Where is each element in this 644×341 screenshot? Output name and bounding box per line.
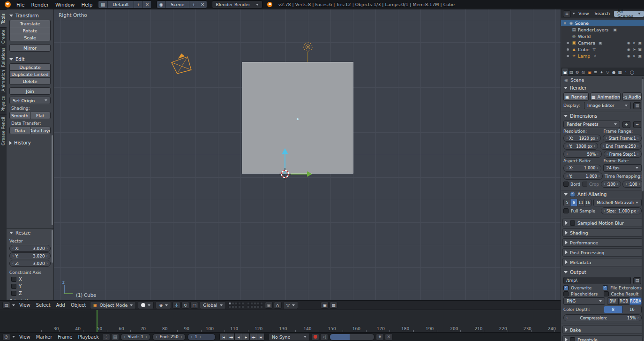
resolution-x-field[interactable]: X: 1920 px [563,135,601,142]
outliner-search-menu[interactable]: Search [592,9,613,18]
mode-dropdown[interactable]: ▣ Object Mode [90,301,136,309]
insert-keyframe-button[interactable]: ♦ [376,333,384,341]
outliner-item-camera[interactable]: ▣ Camera ▣ ◉ ➤ ▣ [561,39,644,46]
scale-button[interactable]: Scale [9,34,51,41]
bake-panel[interactable]: Bake [562,326,643,334]
samples-5-button[interactable]: 5 [563,199,571,206]
duplicate-button[interactable]: Duplicate [9,63,51,71]
visibility-eye-icon[interactable]: ◉ [627,54,630,58]
outliner-view-menu[interactable]: View [576,9,592,18]
select-menu[interactable]: Select [33,303,53,308]
shading-dropdown[interactable] [138,301,154,309]
display-extra-button[interactable]: ▦ [633,102,641,109]
renderability-icon[interactable]: ▣ [638,41,642,45]
tab-tools[interactable]: Tools [0,9,7,27]
set-origin-dropdown[interactable]: Set Origin [9,97,51,104]
opengl-render-anim-button[interactable]: ▦ [329,302,337,309]
expand-toggle[interactable] [564,22,566,24]
duplicate-linked-button[interactable]: Duplicate Linked [9,70,51,78]
freestyle-checkbox[interactable] [570,337,575,341]
sampled-motion-blur-panel[interactable]: Sampled Motion Blur [562,219,643,227]
tab-scene[interactable]: ⚙ [574,68,580,76]
snap-toggle[interactable]: ∩ [274,302,282,309]
browse-folder-button[interactable]: ▤ [633,277,641,284]
add-preset-button[interactable]: + [622,121,630,128]
tab-material[interactable]: ● [611,68,617,76]
timeline-frame-menu[interactable]: Frame [55,334,75,340]
resolution-y-field[interactable]: Y: 1080 px [563,143,598,150]
manipulator-translate-toggle[interactable]: ✛ [172,302,180,309]
smooth-button[interactable]: Smooth [9,112,30,119]
aa-size-field[interactable]: Size: 1.000 px [601,207,642,214]
browse-scenes-icon[interactable]: ◉ [157,1,166,8]
menu-window[interactable]: Window [52,0,78,9]
editor-type-button[interactable]: ≡ [563,10,571,17]
manipulator-scale-toggle[interactable]: ▢ [190,302,198,309]
resize-panel-header[interactable]: Resize [7,229,53,237]
properties-scrollbar-thumb[interactable] [642,79,644,191]
frame-step-field[interactable]: Frame Step: 1 [604,151,642,158]
crop-checkbox[interactable] [582,182,587,187]
layer-cell[interactable] [238,305,241,308]
mirror-button[interactable]: Mirror [9,44,51,52]
bw-button[interactable]: BW [607,297,619,305]
layer-cell[interactable] [254,305,256,308]
pivot-dropdown[interactable]: ⊕ [156,301,171,309]
delete-keyframe-button[interactable]: ✕ [385,333,393,341]
outliner-item-lamp[interactable]: ☀ Lamp ✳ ◉ ➤ ▣ [561,53,644,59]
playback-button[interactable]: ◀◀ [227,333,235,341]
cube-object[interactable] [242,62,353,174]
layer-cell[interactable] [232,305,234,308]
tab-create[interactable]: Create [0,27,7,46]
tab-particles[interactable]: ∴ [623,68,629,76]
post-processing-panel[interactable]: Post Processing [562,248,643,257]
depth-16-button[interactable]: 16 [622,306,642,313]
tab-modifiers[interactable]: ✦ [599,68,605,76]
resize-x-field[interactable]: X: 3.020 [9,245,51,252]
render-presets-dropdown[interactable]: Render Presets [563,121,620,128]
add-menu[interactable]: Add [53,303,68,308]
layer-cell[interactable] [260,302,263,305]
metadata-panel[interactable]: Metadata [562,258,643,266]
layout-name[interactable]: Default [108,1,134,8]
playback-button[interactable]: |◀ [219,333,227,341]
aspect-y-field[interactable]: Y: 1.000 [563,173,603,180]
layer-cell[interactable] [241,305,244,308]
rotate-button[interactable]: Rotate [9,27,51,34]
playhead[interactable] [97,310,97,333]
tab-physics[interactable]: Physics [0,93,7,114]
layer-cell[interactable] [232,302,234,305]
constraint-z-checkbox[interactable] [11,291,16,296]
tab-animation[interactable]: Animation [0,68,7,93]
renderability-icon[interactable]: ▣ [638,47,642,52]
border-checkbox[interactable] [563,182,569,187]
end-frame-field[interactable]: End: 250 [152,333,186,341]
preview-range-toggle[interactable]: ◌ [102,333,110,341]
motion-blur-checkbox[interactable] [570,220,575,226]
tab-render[interactable]: ▣ [562,68,568,76]
playback-button[interactable]: ▶ [242,333,250,341]
data-layout-button[interactable]: Data Layo [30,127,51,134]
render-panel-header[interactable]: Render [561,84,644,92]
tab-relations[interactable]: Relations [0,46,7,68]
render-toggle-icon[interactable]: ▣ [613,28,617,32]
constraint-y-checkbox[interactable] [11,284,16,289]
current-frame-field[interactable]: 1 [187,333,216,341]
layer-cell[interactable] [254,302,256,305]
playback-button[interactable]: ◀ [234,333,242,341]
rgba-button[interactable]: RGBA [629,297,642,305]
selectability-icon[interactable]: ➤ [633,47,636,52]
layer-cell[interactable] [250,305,253,308]
viewport-3d[interactable]: Right Ortho (1) Cube [54,9,561,300]
freestyle-panel[interactable]: Freestyle [562,335,643,341]
visibility-eye-icon[interactable]: ◉ [627,41,630,45]
expand-toggle[interactable] [567,42,569,44]
layer-cell[interactable] [238,302,241,305]
constraint-x-checkbox[interactable] [11,277,16,282]
delete-button[interactable]: Delete [9,77,51,85]
outliner-item-scene[interactable]: ◉ Scene [561,20,644,26]
selectability-icon[interactable]: ➤ [633,41,636,45]
cache-result-checkbox[interactable] [604,291,609,296]
layer-cell[interactable] [241,302,244,305]
timeline-view-menu[interactable]: View [16,334,33,340]
